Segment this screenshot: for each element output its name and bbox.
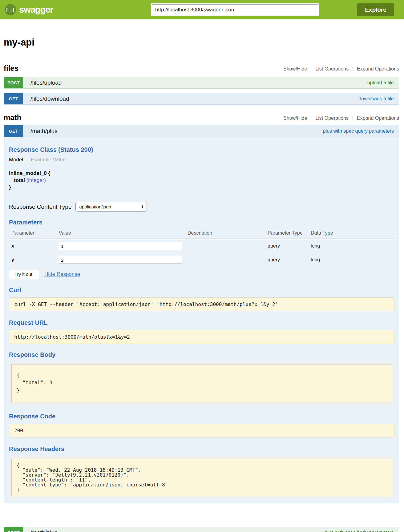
response-class-tabs: Model Example Value — [9, 156, 394, 163]
parameters-table: Parameter Value Description Parameter Ty… — [9, 228, 394, 267]
section-divider — [4, 108, 399, 108]
parameter-data-type: long — [308, 239, 394, 253]
column-header-description: Description — [185, 228, 265, 239]
response-body-wrapper: { "total": 3 } — [9, 362, 394, 405]
operation-content: Response Class (Status 200) Model Exampl… — [4, 146, 399, 503]
response-code-value: 200 — [9, 424, 394, 437]
method-badge-post: POST — [4, 527, 23, 532]
operation-post-math-plus[interactable]: POST /math/plus plus with spec body para… — [4, 527, 399, 532]
response-body-content: { "total": 3 } — [11, 365, 392, 402]
pipe-divider — [353, 67, 353, 71]
swagger-logo-text: swagger — [19, 5, 53, 15]
operation-path[interactable]: /files/download — [30, 95, 69, 102]
expand-operations-link[interactable]: Expand Operations — [357, 66, 399, 72]
swagger-logo[interactable]: {…} swagger — [5, 4, 53, 15]
request-url-heading: Request URL — [9, 319, 394, 326]
column-header-value: Value — [56, 228, 185, 239]
column-header-parameter: Parameter — [9, 228, 56, 239]
tab-example-value[interactable]: Example Value — [31, 157, 66, 163]
pipe-divider — [353, 116, 353, 121]
show-hide-link[interactable]: Show/Hide — [283, 66, 307, 72]
json-key: "total": — [22, 380, 46, 385]
response-body-heading: Response Body — [9, 351, 394, 358]
model-open-line: inline_model_0 { — [9, 170, 394, 177]
column-header-data-type: Data Type — [308, 228, 394, 239]
method-badge-get: GET — [4, 125, 23, 137]
curl-heading: Curl — [9, 287, 394, 294]
tab-separator — [27, 156, 27, 163]
pipe-divider — [311, 67, 311, 71]
section-files: files Show/Hide List Operations Expand O… — [4, 64, 399, 105]
json-close-brace: } — [17, 387, 20, 393]
parameter-y-input[interactable] — [59, 256, 182, 264]
json-open-brace: { — [17, 372, 20, 378]
section-header-math: math Show/Hide List Operations Expand Op… — [4, 113, 399, 122]
response-content-type-select[interactable]: application/json ▲▼ — [75, 202, 147, 212]
show-hide-link[interactable]: Show/Hide — [283, 115, 307, 121]
operation-get-math-plus-expanded: GET /math/plus plus with spec query para… — [4, 125, 399, 503]
response-code-heading: Response Code — [9, 413, 394, 420]
parameter-type: query — [265, 239, 308, 253]
response-class-heading: Response Class (Status 200) — [9, 146, 394, 153]
model-close-line: } — [9, 184, 394, 191]
section-controls-math: Show/Hide List Operations Expand Operati… — [283, 115, 399, 122]
operation-path[interactable]: /files/upload — [30, 79, 62, 86]
operation-summary[interactable]: downloads a file — [358, 96, 394, 102]
selected-content-type: application/json — [79, 204, 111, 209]
parameter-data-type: long — [308, 253, 394, 267]
operation-summary[interactable]: plus with spec query parameters — [323, 128, 394, 134]
operation-summary[interactable]: upload a file — [367, 80, 394, 86]
method-badge-post: POST — [4, 77, 23, 88]
response-content-type-row: Response Content Type application/json ▲… — [9, 202, 394, 212]
list-operations-link[interactable]: List Operations — [315, 115, 349, 121]
parameter-row-y: y query long — [9, 253, 394, 267]
parameter-name: x — [9, 239, 56, 253]
response-headers-content: { "date": "Wed, 22 Aug 2018 18:49:13 GMT… — [11, 459, 392, 496]
section-math: math Show/Hide List Operations Expand Op… — [4, 113, 399, 503]
select-arrows-icon: ▲▼ — [141, 205, 144, 209]
operation-post-files-upload[interactable]: POST /files/upload upload a file — [4, 77, 399, 89]
operation-get-math-plus[interactable]: GET /math/plus plus with spec query para… — [4, 125, 399, 137]
operation-summary[interactable]: plus with spec body parameters — [325, 530, 394, 532]
column-header-parameter-type: Parameter Type — [265, 228, 308, 239]
parameter-description — [185, 239, 265, 253]
parameter-row-x: x query long — [9, 239, 394, 253]
model-property-type: (integer) — [26, 177, 46, 183]
parameter-x-input[interactable] — [59, 242, 182, 250]
list-operations-link[interactable]: List Operations — [315, 66, 349, 72]
response-headers-heading: Response Headers — [9, 445, 394, 453]
model-property: total (integer) — [9, 177, 394, 184]
response-headers-wrapper: { "date": "Wed, 22 Aug 2018 18:49:13 GMT… — [9, 456, 394, 499]
request-url-value: http://localhost:3000/math/plus?x=1&y=2 — [9, 330, 394, 344]
parameter-name: y — [9, 253, 56, 267]
operation-get-files-download[interactable]: GET /files/download downloads a file — [4, 93, 399, 105]
model-signature: inline_model_0 { total (integer) } — [9, 170, 394, 191]
curl-command: curl -X GET --header 'Accept: applicatio… — [9, 297, 394, 311]
method-badge-get: GET — [4, 93, 23, 104]
section-title-math[interactable]: math — [4, 113, 21, 122]
section-title-files[interactable]: files — [4, 64, 18, 73]
operation-path[interactable]: /math/plus — [30, 529, 58, 532]
response-content-type-label: Response Content Type — [9, 204, 72, 210]
explore-button[interactable]: Explore — [357, 3, 394, 16]
try-it-out-row: Try it out! Hide Response — [9, 269, 394, 279]
parameters-table-header: Parameter Value Description Parameter Ty… — [9, 228, 394, 239]
pipe-divider — [311, 116, 311, 121]
hide-response-link[interactable]: Hide Response — [44, 271, 80, 277]
parameter-type: query — [265, 253, 308, 267]
json-number-value: 3 — [49, 380, 52, 385]
page-title: my-api — [4, 37, 399, 48]
expand-operations-link[interactable]: Expand Operations — [357, 115, 399, 121]
parameter-description — [185, 253, 265, 267]
parameters-heading: Parameters — [9, 219, 394, 226]
operation-path[interactable]: /math/plus — [30, 128, 58, 135]
try-it-out-button[interactable]: Try it out! — [9, 269, 39, 279]
header-bar: {…} swagger Explore — [0, 0, 404, 19]
swagger-url-input[interactable] — [152, 4, 318, 15]
section-header-files: files Show/Hide List Operations Expand O… — [4, 64, 399, 73]
tab-model[interactable]: Model — [9, 157, 23, 163]
api-documentation: my-api files Show/Hide List Operations E… — [4, 37, 399, 532]
section-controls-files: Show/Hide List Operations Expand Operati… — [283, 66, 399, 73]
swagger-logo-icon: {…} — [5, 4, 16, 15]
model-property-name: total — [14, 177, 25, 183]
